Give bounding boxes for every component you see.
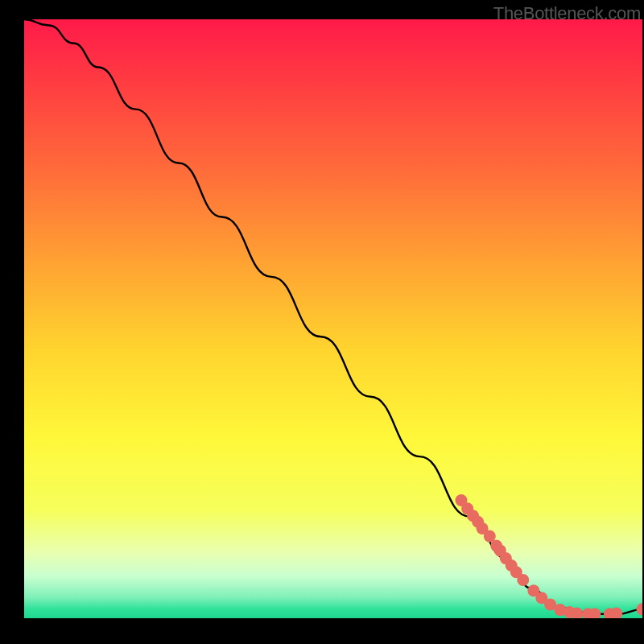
chart-overlay xyxy=(24,19,642,618)
curve-line xyxy=(24,19,642,614)
chart-frame: TheBottleneck.com xyxy=(0,0,644,644)
plot-area xyxy=(24,19,642,618)
data-points xyxy=(455,494,642,618)
data-point xyxy=(637,603,643,615)
data-point xyxy=(517,574,529,586)
watermark-text: TheBottleneck.com xyxy=(493,3,641,24)
